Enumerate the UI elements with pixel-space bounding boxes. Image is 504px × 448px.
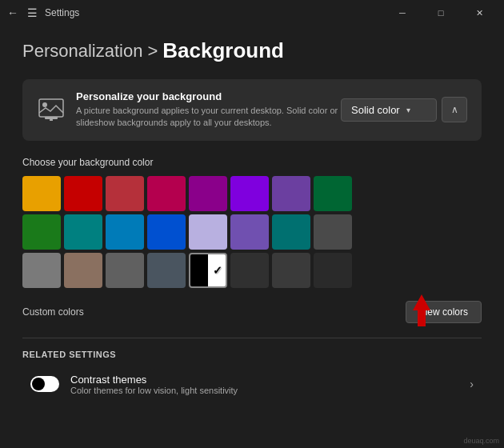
svg-point-1 [42, 102, 47, 107]
related-settings: Related settings Contrast themes Color t… [22, 338, 482, 402]
color-swatch-23[interactable] [314, 253, 352, 288]
color-swatch-17[interactable] [64, 253, 102, 288]
collapse-button[interactable]: ∧ [442, 97, 467, 122]
main-content: Personalization > Background Personalize… [0, 26, 504, 414]
color-swatch-9[interactable] [64, 214, 102, 250]
card-description: A picture background applies to your cur… [76, 105, 341, 130]
hamburger-icon[interactable]: ☰ [26, 6, 38, 19]
color-swatch-12[interactable] [189, 214, 227, 250]
dropdown-label: Solid color [351, 104, 400, 116]
watermark: deuaq.com [463, 437, 499, 445]
color-swatch-3[interactable] [147, 176, 186, 211]
color-swatch-14[interactable] [272, 214, 310, 250]
breadcrumb-current: Background [162, 38, 284, 63]
contrast-themes-item[interactable]: Contrast themes Color themes for low vis… [22, 367, 482, 402]
svg-rect-2 [45, 117, 58, 119]
card-left: Personalize your background A picture ba… [37, 90, 341, 130]
breadcrumb: Personalization > Background [22, 38, 482, 63]
color-swatch-2[interactable] [106, 176, 144, 211]
toggle-thumb [32, 378, 45, 390]
color-swatch-18[interactable] [106, 253, 144, 288]
related-settings-title: Related settings [22, 350, 482, 359]
color-swatch-10[interactable] [106, 214, 144, 250]
color-swatch-21[interactable] [230, 253, 269, 288]
color-swatch-0[interactable] [22, 176, 61, 211]
color-swatch-22[interactable] [272, 253, 310, 288]
back-icon[interactable]: ← [6, 6, 19, 19]
color-swatch-6[interactable] [272, 176, 310, 211]
color-swatch-1[interactable] [64, 176, 102, 211]
down-arrow-icon [410, 294, 434, 326]
color-swatch-11[interactable] [147, 214, 186, 250]
chevron-down-icon: ▾ [406, 106, 410, 114]
background-type-dropdown[interactable]: Solid color ▾ [341, 98, 437, 122]
color-swatch-20[interactable]: ✓ [189, 253, 227, 288]
color-swatch-7[interactable] [314, 176, 352, 211]
svg-rect-3 [50, 119, 53, 121]
custom-colors-label: Custom colors [22, 306, 84, 318]
card-text: Personalize your background A picture ba… [76, 90, 341, 130]
color-swatch-5[interactable] [230, 176, 269, 211]
maximize-button[interactable]: □ [422, 0, 459, 26]
svg-marker-4 [413, 294, 430, 326]
color-grid: ✓ [22, 176, 482, 288]
color-swatch-8[interactable] [22, 214, 61, 250]
color-section-title: Choose your background color [22, 157, 482, 168]
settings-item-text: Contrast themes Color themes for low vis… [70, 374, 238, 395]
minimize-button[interactable]: ─ [384, 0, 421, 26]
card-title: Personalize your background [76, 90, 341, 102]
chevron-right-icon: › [470, 378, 474, 390]
contrast-themes-desc: Color themes for low vision, light sensi… [70, 386, 238, 395]
window-controls: ─ □ ✕ [384, 0, 498, 26]
contrast-toggle-icon [30, 376, 59, 392]
breadcrumb-parent[interactable]: Personalization [22, 41, 142, 62]
background-icon [37, 95, 65, 124]
close-button[interactable]: ✕ [461, 0, 498, 26]
breadcrumb-separator: > [147, 41, 158, 62]
title-bar: ← ☰ Settings ─ □ ✕ [0, 0, 504, 26]
color-swatch-19[interactable] [147, 253, 186, 288]
title-bar-left: ← ☰ Settings [6, 6, 79, 19]
card-right: Solid color ▾ ∧ [341, 97, 467, 122]
background-card: Personalize your background A picture ba… [22, 79, 482, 141]
color-section: Choose your background color ✓ [22, 157, 482, 288]
collapse-icon: ∧ [451, 104, 458, 115]
color-swatch-13[interactable] [230, 214, 269, 250]
color-swatch-4[interactable] [189, 176, 227, 211]
settings-item-left: Contrast themes Color themes for low vis… [30, 374, 238, 395]
contrast-themes-title: Contrast themes [70, 374, 238, 386]
color-swatch-15[interactable] [314, 214, 352, 250]
arrow-annotation [410, 294, 434, 326]
color-swatch-16[interactable] [22, 253, 61, 288]
svg-rect-0 [39, 99, 63, 117]
window-title: Settings [45, 7, 79, 18]
